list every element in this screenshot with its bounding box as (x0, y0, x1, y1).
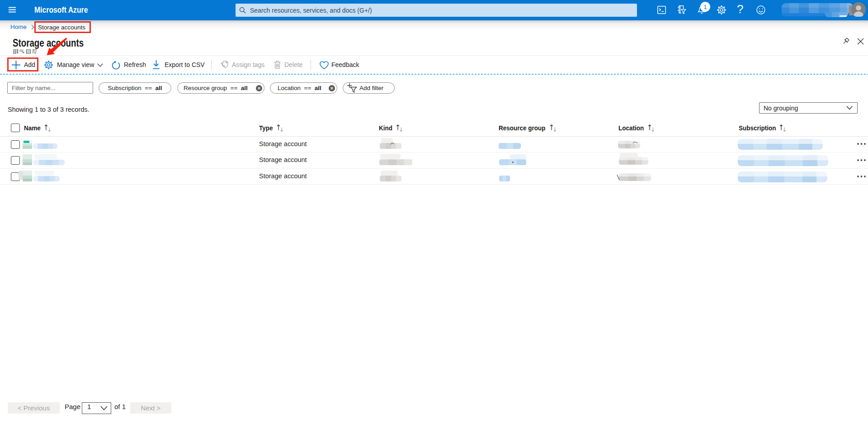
svg-text:1: 1 (703, 4, 707, 10)
